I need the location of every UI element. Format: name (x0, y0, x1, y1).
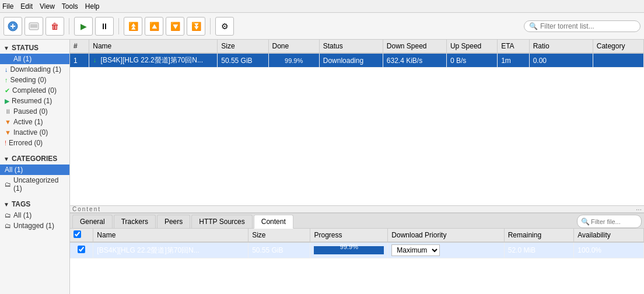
sidebar-item-active[interactable]: ▼ Active (1) (0, 117, 69, 127)
content-col-priority[interactable]: Download Priority (388, 229, 504, 242)
col-done[interactable]: Done (268, 40, 319, 53)
tags-header-label: TAGS (12, 200, 30, 208)
resume-button[interactable]: ▶ (74, 17, 93, 36)
bottom-content: Name Size Progress Download Priority Rem… (70, 229, 644, 294)
col-ratio[interactable]: Ratio (529, 40, 593, 53)
menu-edit[interactable]: Edit (20, 2, 33, 10)
col-eta[interactable]: ETA (498, 40, 530, 53)
categories-header-label: CATEGORIES (12, 155, 57, 163)
sidebar-paused-label: Paused (0) (13, 107, 48, 116)
col-name[interactable]: Name (89, 40, 218, 53)
sidebar-downloading-label: Downloading (1) (10, 65, 61, 74)
content-cell-availability: 100.0% (574, 242, 644, 258)
content-progress-text: 99.9% (310, 243, 387, 251)
content-table-row[interactable]: [BS4K][HLG 22.2螢道]第70回N... 50.55 GiB 99.… (70, 242, 644, 258)
sidebar-seeding-label: Seeding (0) (10, 76, 47, 84)
col-category[interactable]: Category (593, 40, 643, 53)
tab-content[interactable]: Content (254, 215, 293, 229)
col-size[interactable]: Size (218, 40, 268, 53)
categories-arrow: ▼ (4, 156, 9, 162)
torrent-table: # Name Size Done Status Down Speed Up Sp… (70, 40, 644, 205)
all-icon: ▼ (5, 55, 11, 62)
filter-input[interactable] (540, 22, 635, 30)
errored-icon: ! (5, 139, 6, 146)
content-col-availability[interactable]: Availability (574, 229, 644, 242)
content-col-size[interactable]: Size (249, 229, 310, 242)
tab-filter-input[interactable] (591, 218, 638, 225)
sidebar-active-label: Active (1) (13, 118, 43, 126)
sidebar-item-errored[interactable]: ! Errored (0) (0, 138, 69, 148)
cell-size: 50.55 GiB (218, 53, 268, 68)
sidebar-item-completed[interactable]: ✔ Completed (0) (0, 85, 69, 96)
tag-all-icon: 🗂 (5, 212, 11, 219)
menu-view[interactable]: View (40, 2, 55, 10)
add-torrent-button[interactable] (4, 17, 22, 36)
sidebar-item-all[interactable]: ▼ All (1) (0, 54, 69, 64)
sidebar-category-all[interactable]: All (1) (0, 164, 69, 175)
tab-filter-icon: 🔍 (581, 218, 590, 226)
col-status[interactable]: Status (319, 40, 383, 53)
cell-category (593, 53, 643, 68)
col-num[interactable]: # (70, 40, 89, 53)
move-down-button[interactable]: 🔽 (166, 17, 184, 36)
sidebar-item-paused[interactable]: ⏸ Paused (0) (0, 106, 69, 117)
status-header-label: STATUS (12, 44, 38, 52)
categories-header: ▼ CATEGORIES (0, 153, 69, 164)
sidebar-tag-untagged[interactable]: 🗂 Untagged (1) (0, 220, 69, 231)
active-icon: ▼ (5, 118, 11, 125)
content-cell-remaining: 52.0 MiB (504, 242, 574, 258)
resumed-icon: ▶ (5, 97, 9, 105)
paused-icon: ⏸ (5, 108, 11, 115)
inactive-icon: ▼ (5, 129, 11, 136)
tab-trackers[interactable]: Trackers (114, 215, 156, 228)
torrent-name: [BS4K][HLG 22.2螢道]第70回N... (101, 56, 203, 64)
category-uncategorized-label: Uncategorized (1) (13, 176, 65, 192)
sidebar-item-resumed[interactable]: ▶ Resumed (1) (0, 96, 69, 106)
menu-help[interactable]: Help (85, 2, 100, 10)
row-checkbox[interactable] (78, 246, 85, 253)
col-down-speed[interactable]: Down Speed (383, 40, 446, 53)
move-up-button[interactable]: 🔼 (145, 17, 163, 36)
sidebar-item-downloading[interactable]: ↓ Downloading (1) (0, 64, 69, 75)
menu-file[interactable]: File (2, 2, 13, 10)
tabs-bar: General Trackers Peers HTTP Sources Cont… (70, 214, 644, 229)
select-all-checkbox[interactable] (74, 230, 81, 238)
tab-peers[interactable]: Peers (157, 215, 190, 228)
tags-header: ▼ TAGS (0, 198, 69, 210)
sidebar-tag-all[interactable]: 🗂 All (1) (0, 210, 69, 220)
sidebar-item-seeding[interactable]: ↑ Seeding (0) (0, 75, 69, 85)
content-table-header: Name Size Progress Download Priority Rem… (70, 229, 644, 242)
content-col-remaining[interactable]: Remaining (504, 229, 574, 242)
uncategorized-icon: 🗂 (5, 181, 11, 188)
content-cell-progress: 99.9% (310, 242, 388, 258)
options-button[interactable]: ⚙ (215, 17, 234, 36)
col-up-speed[interactable]: Up Speed (446, 40, 497, 53)
delete-button[interactable]: 🗑 (46, 17, 64, 36)
hscroll-area: Content ··· (70, 205, 644, 212)
priority-select[interactable]: Maximum High Normal Skip (391, 244, 440, 256)
svg-rect-1 (29, 23, 38, 30)
tags-arrow: ▼ (4, 201, 9, 208)
add-magnet-button[interactable] (24, 17, 43, 36)
content-cell-size: 50.55 GiB (249, 242, 310, 258)
tab-general[interactable]: General (72, 215, 113, 228)
tab-http-sources[interactable]: HTTP Sources (191, 215, 252, 228)
content-col-name[interactable]: Name (93, 229, 249, 242)
pause-button[interactable]: ⏸ (95, 17, 114, 36)
seeding-icon: ↑ (5, 76, 8, 83)
menu-tools[interactable]: Tools (62, 2, 78, 10)
move-top-button[interactable]: ⏫ (124, 17, 142, 36)
status-section: ▼ STATUS ▼ All (1) ↓ Downloading (1) ↑ S… (0, 40, 69, 150)
cell-done: 99.9% (268, 53, 319, 68)
sidebar-errored-label: Errored (0) (9, 139, 43, 147)
sidebar-item-inactive[interactable]: ▼ Inactive (0) (0, 127, 69, 138)
table-row[interactable]: 1 ↓ [BS4K][HLG 22.2螢道]第70回N... 50.55 GiB… (70, 53, 644, 68)
content-col-check (70, 229, 93, 242)
sidebar-category-uncategorized[interactable]: 🗂 Uncategorized (1) (0, 175, 69, 194)
cell-ratio: 0.00 (529, 53, 593, 68)
filter-box: 🔍 (524, 20, 640, 32)
content-col-progress[interactable]: Progress (310, 229, 388, 242)
search-icon: 🔍 (529, 22, 538, 30)
move-bottom-button[interactable]: ⏬ (187, 17, 205, 36)
content-cell-priority[interactable]: Maximum High Normal Skip (388, 242, 504, 258)
